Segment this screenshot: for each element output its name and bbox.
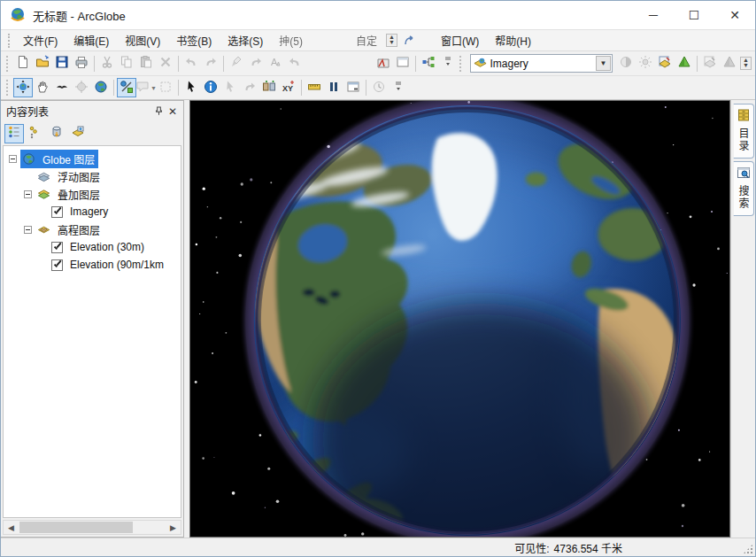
toolbar-grip[interactable] <box>8 34 12 48</box>
swipe-layer-button[interactable] <box>655 54 675 73</box>
redo-icon <box>204 55 218 72</box>
time-slider-button[interactable] <box>369 78 389 97</box>
open-button[interactable] <box>33 54 52 73</box>
find-button[interactable] <box>259 78 279 97</box>
go-back-button[interactable] <box>240 78 259 97</box>
resize-grip[interactable] <box>743 544 753 554</box>
cut-button[interactable] <box>97 54 117 73</box>
globe-viewport[interactable] <box>189 100 730 538</box>
tree-item-elevation-90m-1km[interactable]: Elevation (90m/1km <box>4 256 181 274</box>
tree-item-浮动图层[interactable]: 浮动图层 <box>4 167 181 185</box>
new-document-button[interactable] <box>13 54 33 73</box>
identify-button[interactable] <box>201 78 220 97</box>
table-of-contents-panel: 内容列表 ✕ Globe 图层浮动图层叠加图层Imagery高程图层Elevat… <box>1 100 184 538</box>
layer-combo-value: Imagery <box>487 58 597 70</box>
python-window-button[interactable] <box>393 54 413 73</box>
maximize-button[interactable]: ☐ <box>674 1 714 29</box>
layer-checkbox[interactable] <box>51 206 63 218</box>
labelA-icon: A <box>268 55 282 72</box>
expander-minus-icon[interactable] <box>9 155 17 163</box>
toolbar-overflow-button[interactable]: ▲▼ <box>740 57 752 70</box>
measure-button[interactable] <box>305 78 324 97</box>
viewer-window-button[interactable] <box>343 78 363 97</box>
menu-help[interactable]: 帮助(H) <box>487 33 539 50</box>
close-button[interactable]: ✕ <box>714 1 755 29</box>
tab-catalog[interactable]: 目录 <box>733 104 754 159</box>
menu-file[interactable]: 文件(F) <box>15 33 66 50</box>
toolbar-grip[interactable] <box>6 80 10 96</box>
modelbuilder-button[interactable] <box>419 54 438 73</box>
undo-icon <box>288 55 302 72</box>
tree-item-imagery[interactable]: Imagery <box>4 203 181 220</box>
list-by-selection-button[interactable] <box>68 124 88 143</box>
select-elements-button[interactable] <box>181 78 201 97</box>
pin-icon[interactable] <box>151 104 166 119</box>
combo-dropdown-arrow[interactable]: ▼ <box>596 56 611 71</box>
fly-tool-button[interactable] <box>52 78 72 97</box>
expander-minus-icon[interactable] <box>24 190 32 198</box>
standard-toolbar: A Imagery ▼ ▲▼ <box>1 51 755 76</box>
floatlyr-icon <box>36 170 51 183</box>
minimize-button[interactable]: ─ <box>633 1 674 29</box>
go-to-xy-button[interactable]: XY <box>279 78 298 97</box>
list-by-drawing-order-button[interactable] <box>4 124 24 143</box>
tree-item-label: 浮动图层 <box>55 168 103 185</box>
menu-customize[interactable]: 自定 <box>348 30 385 50</box>
tree-item-高程图层[interactable]: 高程图层 <box>4 220 181 238</box>
list-by-source-button[interactable] <box>26 124 45 143</box>
horizontal-scrollbar[interactable]: ◀ ▶ <box>3 520 181 535</box>
full-extent-button[interactable] <box>91 78 111 97</box>
brightness-button[interactable] <box>636 54 655 73</box>
html-popup-button[interactable] <box>220 78 240 97</box>
navigate-tool-button[interactable] <box>13 78 33 97</box>
menu-ghost[interactable]: 抻(5) <box>271 33 311 50</box>
toolbar-grip[interactable] <box>6 56 10 72</box>
menu-overflow-button[interactable]: ▲▼ <box>386 34 397 47</box>
toolbar-options-button[interactable] <box>438 54 458 73</box>
toolbar-options-button[interactable] <box>389 78 408 97</box>
save-button[interactable] <box>52 54 72 73</box>
label-tool-button[interactable]: A <box>266 54 285 73</box>
copy-button[interactable] <box>117 54 136 73</box>
delete-button[interactable] <box>156 54 175 73</box>
tree-item-叠加图层[interactable]: 叠加图层 <box>4 185 181 203</box>
expander-minus-icon[interactable] <box>24 226 32 234</box>
menu-view[interactable]: 视图(V) <box>117 33 168 50</box>
select-features-button[interactable] <box>156 78 175 97</box>
pan-tool-button[interactable] <box>33 78 52 97</box>
tab-search[interactable]: 搜索 <box>733 161 754 216</box>
paste-button[interactable] <box>136 54 156 73</box>
scroll-right-arrow[interactable]: ▶ <box>166 521 181 534</box>
toolbar-grip[interactable] <box>459 56 463 72</box>
popup-tool-button[interactable]: ▼ <box>136 78 156 97</box>
menu-bookmarks[interactable]: 书签(B) <box>168 33 220 50</box>
scroll-left-arrow[interactable]: ◀ <box>4 521 19 534</box>
contrast-button[interactable] <box>616 54 636 73</box>
surface-navigation-button[interactable] <box>117 78 136 97</box>
redo-button[interactable] <box>201 54 220 73</box>
tree-item-elevation-30m-[interactable]: Elevation (30m) <box>4 238 181 256</box>
curve-ghost-button[interactable] <box>285 54 305 73</box>
sketch-tool-button[interactable] <box>227 54 246 73</box>
tocsrc-icon <box>28 125 42 142</box>
swipe-disabled-button[interactable] <box>700 54 720 73</box>
redo-ghost-button[interactable] <box>246 54 266 73</box>
arctoolbox-button[interactable] <box>374 54 393 73</box>
center-target-button[interactable] <box>72 78 91 97</box>
list-by-type-button[interactable] <box>47 124 66 143</box>
close-panel-icon[interactable]: ✕ <box>166 104 180 119</box>
globe-properties-button[interactable] <box>675 54 694 73</box>
menu-window[interactable]: 窗口(W) <box>433 33 487 50</box>
tree-item-globe-图层[interactable]: Globe 图层 <box>4 150 181 167</box>
newdoc-icon <box>16 55 30 72</box>
layer-checkbox[interactable] <box>51 242 63 253</box>
menu-selection[interactable]: 选择(S) <box>220 33 271 50</box>
layer-checkbox[interactable] <box>51 259 63 271</box>
print-button[interactable] <box>72 54 91 73</box>
menu-edit[interactable]: 编辑(E) <box>66 33 117 50</box>
pyramid-disabled-button[interactable] <box>720 54 739 73</box>
scrollbar-thumb[interactable] <box>19 522 133 533</box>
undo-button[interactable] <box>181 54 201 73</box>
animation-pause-button[interactable] <box>324 78 343 97</box>
layer-combo[interactable]: Imagery ▼ <box>470 54 613 73</box>
